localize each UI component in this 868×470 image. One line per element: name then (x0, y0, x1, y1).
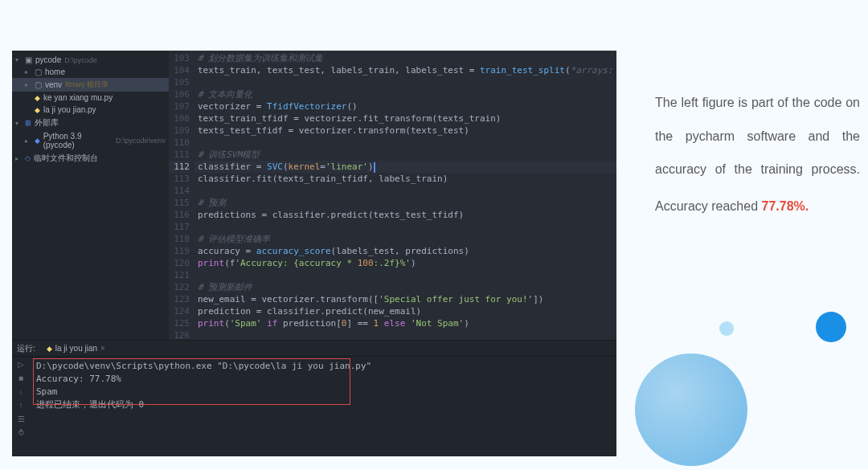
python-file-icon: ◆ (35, 106, 40, 114)
decoration-circle (719, 321, 734, 336)
library-icon: ⊞ (25, 119, 31, 127)
sidebar-item-file-1[interactable]: ◆ ke yan xiang mu.py (12, 92, 169, 104)
tree-label: venv (45, 80, 62, 89)
sidebar-item-venv[interactable]: ▸ ▢ venv library 根目录 (12, 78, 169, 92)
line-gutter: 1031041051061071081091101111121131141151… (169, 51, 194, 340)
tree-label: 外部库 (35, 117, 59, 129)
caption-p1: The left figure is part of the code on t… (655, 96, 860, 176)
chevron-right-icon: ▸ (25, 81, 31, 88)
ide-window: ▾ ▣ pycode D:\pycode ▸ ▢ home ▸ ▢ venv l… (12, 51, 616, 456)
console-line: Spam (36, 386, 610, 398)
console-line: D:\pycode\venv\Scripts\python.exe "D:\py… (36, 360, 610, 373)
chevron-down-icon: ▾ (15, 120, 22, 127)
project-root[interactable]: ▾ ▣ pycode D:\pycode (12, 54, 169, 66)
close-icon[interactable]: × (100, 344, 105, 353)
caption-text: The left figure is part of the code on t… (655, 86, 860, 223)
console-toolbar: ▷ ■ ↓ ↑ ☰ ⥁ (12, 357, 30, 456)
caption-accuracy: 77.78%. (762, 199, 809, 213)
sidebar-item-file-2[interactable]: ◆ la ji you jian.py (12, 104, 169, 116)
folder-icon: ▢ (35, 67, 42, 76)
run-panel: 运行: ◆ la ji you jian × ▷ ■ ↓ ↑ ☰ ⥁ D:\py… (12, 340, 616, 456)
code-editor[interactable]: 1031041051061071081091101111121131141151… (169, 51, 616, 340)
tree-label: la ji you jian.py (43, 105, 96, 114)
python-file-icon: ◆ (47, 345, 52, 353)
console-output[interactable]: D:\pycode\venv\Scripts\python.exe "D:\py… (30, 357, 616, 456)
down-icon[interactable]: ↓ (19, 387, 23, 396)
python-icon: ◆ (35, 137, 40, 145)
caption-p2a: Accuracy reached (655, 199, 762, 213)
code-area[interactable]: # 划分数据集为训练集和测试集texts_train, texts_test, … (194, 51, 616, 340)
run-tabs: 运行: ◆ la ji you jian × (12, 341, 616, 357)
scratch-icon: ◇ (25, 154, 31, 162)
python-env[interactable]: ▸ ◆ Python 3.9 (pycode) D:\pycode\venv (12, 130, 169, 151)
run-label: 运行: (17, 343, 35, 354)
stop-icon[interactable]: ■ (18, 374, 23, 382)
rerun-icon[interactable]: ▷ (18, 360, 24, 369)
tree-label: 临时文件和控制台 (34, 153, 98, 164)
sidebar-item-home[interactable]: ▸ ▢ home (12, 66, 169, 78)
run-tab-name: la ji you jian (55, 344, 97, 353)
tree-label: Python 3.9 (pycode) (43, 132, 113, 149)
console-line: Accuracy: 77.78% (36, 373, 610, 386)
project-path: D:\pycode (64, 56, 97, 64)
chevron-down-icon: ▾ (15, 56, 22, 63)
env-path: D:\pycode\venv (116, 137, 166, 145)
trash-icon[interactable]: ☰ (18, 415, 25, 423)
tree-label: home (45, 67, 65, 76)
run-tab-active[interactable]: ◆ la ji you jian × (42, 342, 110, 354)
project-sidebar: ▾ ▣ pycode D:\pycode ▸ ▢ home ▸ ▢ venv l… (12, 51, 169, 340)
console-line: 进程已结束，退出代码为 0 (36, 398, 610, 411)
decoration-circle (635, 354, 747, 466)
wrap-icon[interactable]: ⥁ (18, 428, 24, 437)
console-wrap: ▷ ■ ↓ ↑ ☰ ⥁ D:\pycode\venv\Scripts\pytho… (12, 357, 616, 456)
chevron-right-icon: ▸ (15, 155, 22, 162)
decoration-circle (816, 312, 846, 342)
tree-suffix: library 根目录 (65, 80, 108, 90)
folder-icon: ▣ (25, 55, 32, 64)
up-icon[interactable]: ↑ (19, 401, 23, 410)
tree-label: ke yan xiang mu.py (43, 93, 113, 102)
chevron-right-icon: ▸ (25, 137, 31, 145)
scratches[interactable]: ▸ ◇ 临时文件和控制台 (12, 151, 169, 166)
ide-main: ▾ ▣ pycode D:\pycode ▸ ▢ home ▸ ▢ venv l… (12, 51, 616, 340)
folder-icon: ▢ (35, 80, 42, 89)
external-libraries[interactable]: ▾ ⊞ 外部库 (12, 116, 169, 130)
chevron-right-icon: ▸ (25, 68, 31, 76)
python-file-icon: ◆ (35, 94, 40, 102)
project-name: pycode (35, 55, 61, 64)
